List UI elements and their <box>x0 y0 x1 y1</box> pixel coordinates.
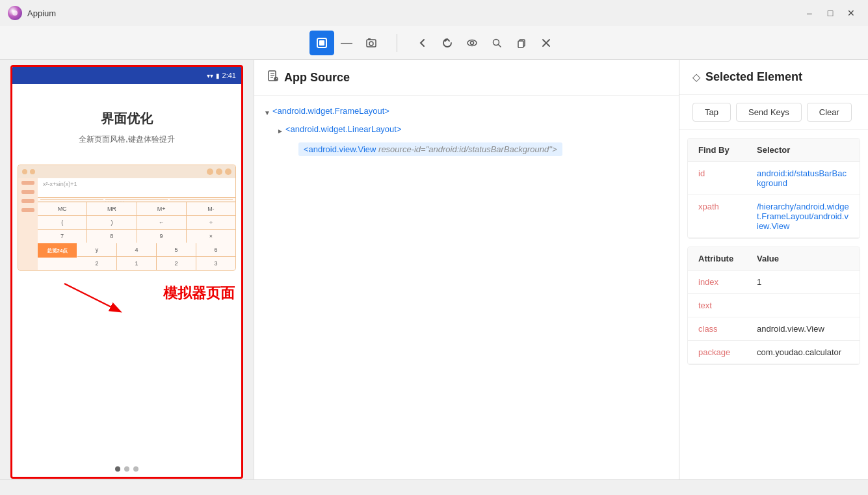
close-button[interactable]: ✕ <box>842 4 860 22</box>
attr-text-value <box>746 294 860 317</box>
selected-panel-title: Selected Element <box>705 70 802 84</box>
device-status-bar: ▾▾ ▮ 2:41 <box>12 67 241 84</box>
selected-panel: ◇ Selected Element Tap Send Keys Clear F… <box>679 60 868 479</box>
find-by-xpath-label: xpath <box>688 195 746 238</box>
row-label-text-1: · · · · · · · · <box>105 199 168 200</box>
calc-btn-paren-close[interactable]: ) <box>87 216 136 229</box>
calc-btn-y[interactable]: y <box>77 243 116 256</box>
find-by-id-value: android:id/statusBarBackground <box>746 162 860 195</box>
title-bar: Appium – □ ✕ <box>0 0 868 26</box>
device-dots <box>12 461 241 477</box>
select-tool-button[interactable] <box>309 31 334 55</box>
screenshot-tool-button[interactable] <box>359 31 384 55</box>
calc-container: x²-x+sin(x)+1 · · · · · · · · MC MR <box>18 165 236 271</box>
calc-btn-5[interactable]: 5 <box>157 243 196 256</box>
find-by-id-label: id <box>688 162 746 195</box>
find-by-wrapper: Find By Selector id android:id/statusBar… <box>687 138 860 239</box>
calc-btn-mr[interactable]: MR <box>87 202 136 215</box>
find-by-row-xpath: xpath /hierarchy/android.widget.FrameLay… <box>688 195 860 238</box>
search-button[interactable] <box>484 31 509 55</box>
tree-item-linearlayout: ► <android.widget.LinearLayout> <box>275 124 671 137</box>
svg-rect-1 <box>319 40 324 46</box>
maximize-button[interactable]: □ <box>821 4 839 22</box>
source-panel-title: App Source <box>284 71 350 85</box>
annotation-area: 模拟器页面 <box>12 277 241 329</box>
attr-row-text: text <box>688 294 860 317</box>
calc-overview-button[interactable]: 总览24点 <box>38 243 77 258</box>
annotation-arrow-svg <box>51 277 181 323</box>
calc-sidebar <box>18 178 38 270</box>
calc-btn-mc[interactable]: MC <box>38 202 86 215</box>
calc-btn-3[interactable]: 3 <box>196 257 235 270</box>
calc-btn-mul[interactable]: × <box>187 230 235 243</box>
dot-3 <box>133 466 138 472</box>
device-panel: ▾▾ ▮ 2:41 界面优化 全新页面风格,键盘体验提升 <box>0 60 254 479</box>
calc-formula: x²-x+sin(x)+1 <box>43 181 230 187</box>
tree-node-view-selected[interactable]: <android.view.View resource-id="android:… <box>298 142 562 156</box>
attr-class-value: android.view.View <box>746 317 860 341</box>
send-keys-button[interactable]: Send Keys <box>736 103 802 122</box>
calc-btn-1[interactable]: 1 <box>117 257 156 270</box>
tool-group-left: — <box>309 31 384 55</box>
find-by-row-id: id android:id/statusBarBackground <box>688 162 860 195</box>
minimize-button[interactable]: – <box>800 4 819 22</box>
tree-node-framelayout[interactable]: <android.widget.FrameLayout> <box>272 106 389 116</box>
calc-header-icons <box>207 168 231 175</box>
eye-button[interactable] <box>460 31 484 55</box>
calc-btn-2[interactable]: 2 <box>77 257 116 270</box>
calc-main-area: x²-x+sin(x)+1 · · · · · · · · MC MR <box>38 178 235 270</box>
app-logo <box>8 6 22 20</box>
minus-tool-button[interactable]: — <box>334 31 359 55</box>
close-nav-button[interactable] <box>534 31 559 55</box>
refresh-button[interactable] <box>435 31 460 55</box>
calc-btn-9[interactable]: 9 <box>137 230 186 243</box>
attr-row-package: package com.youdao.calculator <box>688 341 860 364</box>
dot-2 <box>124 466 129 472</box>
calc-sidebar-layout: x²-x+sin(x)+1 · · · · · · · · MC MR <box>18 178 235 270</box>
tree-node-view-attr: resource-id="android:id/statusBarBackgro… <box>378 144 557 154</box>
clear-button[interactable]: Clear <box>807 103 852 122</box>
calc-btn-div[interactable]: ÷ <box>187 216 235 229</box>
calc-sidebar-item-4 <box>21 208 34 212</box>
calc-btn-7[interactable]: 7 <box>38 230 86 243</box>
attribute-wrapper: Attribute Value index 1 text <box>687 247 860 365</box>
back-nav-button[interactable] <box>410 31 435 55</box>
attr-class-label: class <box>688 317 746 341</box>
action-buttons: Tap Send Keys Clear <box>679 95 868 130</box>
device-frame: ▾▾ ▮ 2:41 界面优化 全新页面风格,键盘体验提升 <box>10 65 243 479</box>
tree-node-linearlayout[interactable]: <android.widget.LinearLayout> <box>285 124 402 134</box>
time-display: 2:41 <box>222 72 236 79</box>
source-panel-header: App Source <box>254 60 679 96</box>
device-hero-sub: 全新页面风格,键盘体验提升 <box>25 134 228 145</box>
svg-line-8 <box>499 44 501 47</box>
calc-icon-1 <box>207 168 213 175</box>
calc-display: x²-x+sin(x)+1 <box>38 178 235 198</box>
source-panel-icon <box>267 70 279 85</box>
calc-btn-8[interactable]: 8 <box>87 230 136 243</box>
calc-btn-back[interactable]: ← <box>137 216 186 229</box>
calc-btn-mp[interactable]: M- <box>187 202 235 215</box>
calc-btn-2b[interactable]: 2 <box>157 257 196 270</box>
tree-toggle-linearlayout[interactable]: ► <box>275 124 285 137</box>
status-bar-right: ▾▾ ▮ 2:41 <box>207 72 236 79</box>
calc-sidebar-item-1 <box>21 181 34 185</box>
svg-point-4 <box>369 42 373 46</box>
find-by-col-header: Find By <box>688 139 746 162</box>
calc-btn-paren-open[interactable]: ( <box>38 216 86 229</box>
calc-btn-6[interactable]: 6 <box>196 243 235 256</box>
calc-icon-2 <box>216 168 222 175</box>
calc-bottom-grid: y 4 5 6 2 1 2 3 <box>77 243 235 270</box>
calc-buttons: MC MR M+ M- ( ) ← ÷ 7 8 9 <box>38 202 235 243</box>
svg-rect-3 <box>368 38 371 40</box>
dot-1 <box>115 466 120 472</box>
battery-icon: ▮ <box>216 72 220 79</box>
window-controls: – □ ✕ <box>800 4 860 22</box>
tree-item-view: ► <android.view.View resource-id="androi… <box>288 142 671 156</box>
calc-btn-4[interactable]: 4 <box>117 243 156 256</box>
tree-toggle-framelayout[interactable]: ▼ <box>262 106 272 119</box>
calc-btn-ms[interactable]: M+ <box>137 202 186 215</box>
copy-button[interactable] <box>509 31 534 55</box>
tap-button[interactable]: Tap <box>692 103 731 122</box>
main-toolbar: — <box>0 26 868 60</box>
attr-package-value: com.youdao.calculator <box>746 341 860 364</box>
